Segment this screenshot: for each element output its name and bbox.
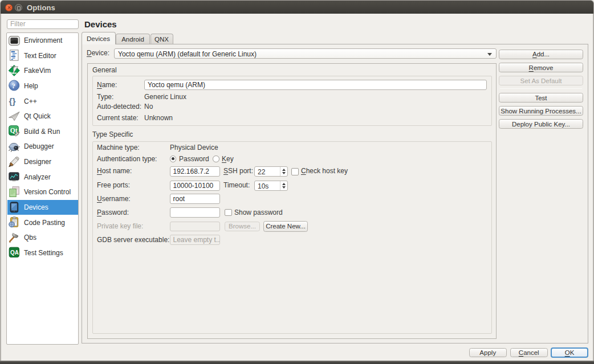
svg-text:QA: QA <box>10 250 19 256</box>
svg-text:?: ? <box>12 81 16 90</box>
svg-text:{}: {} <box>9 96 16 106</box>
svg-text:fake: fake <box>10 71 17 75</box>
